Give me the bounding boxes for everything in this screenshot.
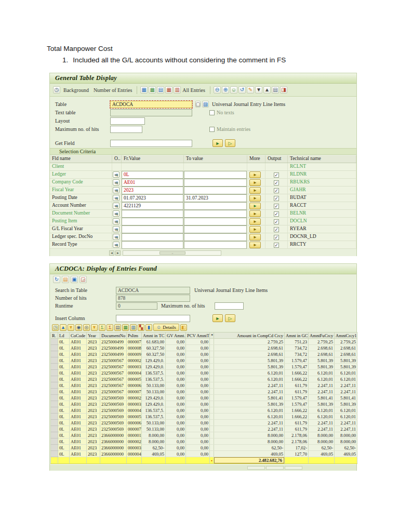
from-value-input[interactable]: 01.07.2023	[122, 194, 183, 202]
from-value-input[interactable]	[122, 225, 183, 233]
more-selection-button[interactable]: ►	[249, 179, 261, 186]
to-value-input[interactable]	[184, 187, 247, 194]
choose-field-button[interactable]: ►	[212, 139, 223, 147]
row-select-cell[interactable]	[51, 414, 58, 420]
row-select-cell[interactable]	[51, 438, 58, 445]
from-value-input[interactable]	[122, 210, 183, 218]
change-layout-icon[interactable]: ◧	[180, 324, 187, 331]
to-value-input[interactable]	[184, 202, 247, 210]
row-select-cell[interactable]	[51, 357, 58, 364]
insert-column-button[interactable]: ►	[212, 314, 223, 322]
table-row[interactable]: 0LAE01202323660000000000028.000,000,000,…	[51, 438, 357, 445]
freeze-column-icon[interactable]: ▮	[145, 324, 152, 331]
table-row[interactable]: 0LAE0120232325000567000002129.429,0.0,00…	[51, 357, 357, 364]
row-select-cell[interactable]	[51, 345, 58, 351]
all-entries-icon[interactable]: ▥	[174, 86, 181, 94]
output-checkbox[interactable]: ✓	[274, 211, 279, 217]
grid-column-header[interactable]: Ld	[58, 332, 70, 339]
row-select-cell[interactable]	[51, 420, 58, 426]
grid-column-header[interactable]: Year	[87, 332, 100, 339]
scroll-left-button[interactable]: ◄	[109, 250, 114, 256]
find-icon[interactable]: ◉	[75, 324, 82, 331]
grid-column-header[interactable]: AmntCrcy1	[335, 332, 357, 339]
grid-column-header[interactable]: DocumentNo	[100, 332, 127, 339]
user-settings-icon[interactable]: ☺	[230, 86, 237, 94]
grid-column-header[interactable]: *	[210, 332, 214, 339]
row-select-cell[interactable]	[51, 445, 58, 451]
table-row[interactable]: 0LAE0120232325000567000004136.537,5.0,00…	[51, 370, 357, 376]
to-value-input[interactable]	[184, 179, 247, 187]
execute-clock-icon[interactable]: ◷	[53, 86, 60, 94]
table-row[interactable]: 0LAE012023232500049900000960.327,500,000…	[51, 351, 357, 357]
table-row[interactable]: 0LAE012023232500056700000650.133,000,000…	[51, 382, 357, 389]
sort-descending-icon[interactable]: ▼	[68, 324, 74, 331]
grid-column-header[interactable]: AmntFuCrcy	[309, 332, 335, 339]
more-selection-button[interactable]: ►	[249, 195, 261, 202]
scroll-track[interactable]: ::	[123, 250, 221, 256]
show-column-button[interactable]: ▷	[225, 314, 235, 322]
output-checkbox[interactable]: ✓	[274, 235, 279, 240]
from-value-input[interactable]	[122, 233, 183, 241]
output-checkbox[interactable]: ✓	[274, 243, 279, 248]
multiple-selection-icon[interactable]: ⇉	[113, 242, 119, 248]
from-value-input[interactable]: AE01	[122, 179, 183, 187]
table-row[interactable]: 0LAE012023236600000000000362,50-0,000,00…	[51, 445, 357, 451]
max-hits2-input[interactable]	[215, 302, 244, 310]
adjust-column-icon[interactable]: ◨	[280, 86, 287, 94]
output-checkbox[interactable]: ✓	[274, 188, 279, 193]
multiple-selection-icon[interactable]: ⇉	[113, 171, 119, 178]
max-hits-input[interactable]	[110, 126, 142, 133]
table-input[interactable]: ACDOCA	[110, 101, 192, 108]
row-select-cell[interactable]	[51, 351, 58, 357]
grid-column-header[interactable]: Amount in CompCd Crcy	[214, 332, 285, 339]
from-value-input[interactable]: 2023	[122, 187, 183, 194]
maintain-entries-checkbox[interactable]	[209, 127, 215, 132]
details-view-icon[interactable]: ◳	[52, 324, 59, 331]
search-table-input[interactable]: ACDOCA	[116, 287, 190, 294]
multiple-selection-icon[interactable]: ⇉	[113, 210, 119, 217]
multiple-selection-icon[interactable]: ⇉	[113, 187, 119, 193]
more-selection-button[interactable]: ►	[249, 210, 261, 217]
scroll-right-button[interactable]: ►	[115, 250, 121, 256]
row-select-cell[interactable]	[51, 407, 58, 414]
save-list-icon[interactable]: ▣	[71, 276, 78, 283]
to-value-input[interactable]	[184, 241, 247, 249]
from-value-input[interactable]: 4221129	[122, 202, 183, 210]
to-value-input[interactable]	[184, 218, 247, 225]
row-select-cell[interactable]	[51, 389, 58, 395]
grid-column-header[interactable]: CoCode	[70, 332, 87, 339]
more-selection-button[interactable]: ►	[249, 242, 261, 248]
table-row[interactable]: 0LAE0120232325000569000004136.537,5.0,00…	[51, 407, 357, 414]
multiple-selection-icon[interactable]: ⇉	[113, 203, 119, 209]
multiple-selection-icon[interactable]: ⇉	[113, 218, 119, 224]
grid-hscrollbar[interactable]	[50, 465, 356, 471]
sort-ascending-icon[interactable]: ▲	[60, 324, 66, 331]
table-row[interactable]: 0LAE0120232325000567000005136.537,5.0,00…	[51, 376, 357, 382]
subtotal-icon[interactable]: Σ	[107, 324, 113, 331]
grid-column-header[interactable]: GV Amnt..	[166, 332, 186, 339]
table-row[interactable]: 0LAE012023232500056900000650.133,000,000…	[51, 420, 357, 426]
row-select-cell[interactable]	[51, 401, 58, 407]
table-row[interactable]: 0LAE0120232366000000000004469,050,000,00…	[51, 451, 357, 457]
print-icon[interactable]: ▤	[114, 324, 121, 331]
output-checkbox[interactable]: ✓	[274, 227, 279, 232]
row-select-cell[interactable]	[51, 339, 58, 345]
contents-icon-slot[interactable]: ▨	[202, 101, 209, 108]
table-row[interactable]: 0LAE0120232325000567000003129.429,0.0,00…	[51, 364, 357, 370]
scroll-thumb[interactable]: ::	[159, 251, 185, 255]
word-processing-icon[interactable]: ▥	[130, 324, 137, 331]
row-select-cell[interactable]	[51, 395, 58, 401]
to-value-input[interactable]	[184, 225, 247, 233]
more-selection-button[interactable]: ►	[249, 234, 261, 241]
set-filter-icon[interactable]: ▼	[91, 324, 98, 331]
text-table-input[interactable]	[110, 109, 192, 116]
details-button[interactable]: ☺ Details	[153, 324, 179, 331]
row-select-cell[interactable]	[51, 364, 58, 370]
from-value-input[interactable]: 0L	[122, 171, 183, 179]
row-select-cell[interactable]	[51, 382, 58, 389]
no-texts-checkbox[interactable]	[209, 110, 215, 115]
edit-pencil-icon[interactable]: ✎	[247, 86, 254, 94]
insert-column-input[interactable]	[116, 315, 190, 322]
dropdown-arrow-icon[interactable]: ▼	[255, 86, 262, 94]
from-value-input[interactable]	[122, 241, 183, 249]
